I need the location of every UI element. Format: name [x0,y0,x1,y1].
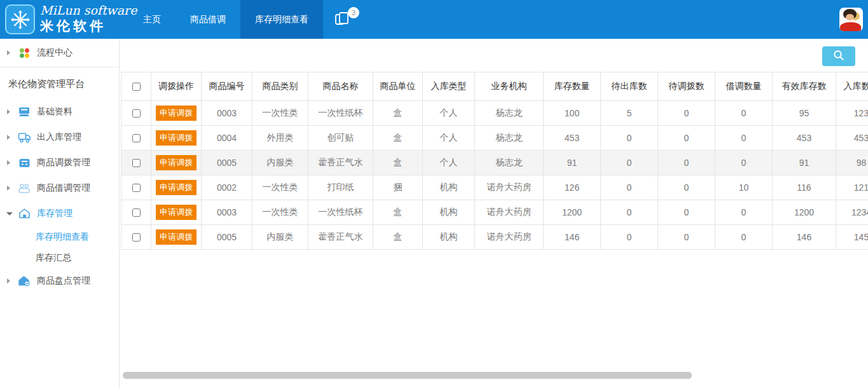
cell-borrowed: 10 [715,175,773,200]
table-row: 申请调拨0003一次性类一次性纸杯盒个人杨志龙10050095123 [121,101,868,126]
sidebar-item-label: 基础资料 [37,106,72,118]
apply-transfer-button[interactable]: 申请调拨 [156,155,196,170]
sidebar-item-in-out-warehouse[interactable]: 出入库管理 [0,125,119,150]
cell-name: 创可贴 [308,126,373,151]
cell-unit: 盒 [373,225,423,250]
column-header-9: 待调拨数 [658,72,715,101]
logo-subtitle: 米伦软件 [40,17,137,35]
search-icon [832,49,845,64]
app-logo: MiLun software 米伦软件 [0,0,122,39]
cell-stock: 146 [544,225,601,250]
transfer-action-cell: 申请调拨 [151,225,202,250]
row-checkbox[interactable] [132,109,141,118]
user-avatar[interactable] [839,8,863,31]
sidebar: 流程中心 米伦物资管理平台 基础资料 出入库管理 [0,39,120,389]
apply-transfer-button[interactable]: 申请调拨 [156,205,196,220]
cell-in_type: 个人 [423,151,475,175]
tab-goods-borrow[interactable]: 商品借调 [176,0,240,39]
cell-category: 内服类 [252,225,308,250]
top-tabs: 主页 商品借调 库存明细查看 3 [128,0,361,39]
row-checkbox[interactable] [132,208,141,217]
sidebar-item-label: 流程中心 [37,47,72,58]
cell-unit: 盒 [373,126,423,151]
cell-pending_transfer: 0 [658,225,715,250]
select-all-checkbox[interactable] [132,83,141,91]
apply-transfer-button[interactable]: 申请调拨 [156,130,196,146]
sidebar-subitem-inventory-detail[interactable]: 库存明细查看 [0,226,119,247]
chevron-right-icon [7,160,10,165]
transfer-box-icon [17,158,31,168]
cell-effective: 146 [773,225,836,250]
row-checkbox-cell [121,101,151,126]
cell-category: 一次性类 [252,101,308,126]
cell-effective: 91 [773,151,836,175]
row-checkbox[interactable] [132,184,141,192]
chevron-right-icon [7,50,10,55]
cell-unit: 捆 [373,175,423,200]
cell-borrowed: 0 [715,200,773,225]
cell-pending_out: 0 [601,175,658,200]
cell-unit: 盒 [373,101,423,126]
row-checkbox-cell [121,225,151,250]
borrow-icon [17,183,31,194]
row-checkbox-cell [121,175,151,200]
table-row: 申请调拨0005内服类藿香正气水盒个人杨志龙910009198 [121,151,868,175]
sidebar-item-inventory-management[interactable]: 库存管理 [0,201,119,226]
cell-org: 诺舟大药房 [475,175,544,200]
cell-org: 杨志龙 [475,101,544,126]
cell-code: 0003 [202,200,252,225]
row-checkbox[interactable] [132,159,141,167]
sidebar-item-goods-transfer[interactable]: 商品调拨管理 [0,150,119,175]
cell-in_qty: 453 [836,126,868,151]
cell-name: 藿香正气水 [308,225,373,250]
inventory-table: 调拨操作商品编号商品类别商品名称商品单位入库类型业务机构库存数量待出库数待调拨数… [121,72,868,250]
cell-unit: 盒 [373,151,423,175]
open-tabs-button[interactable]: 3 [323,0,361,39]
apply-transfer-button[interactable]: 申请调拨 [156,229,196,245]
transfer-action-cell: 申请调拨 [151,151,202,175]
sidebar-item-goods-borrow[interactable]: 商品借调管理 [0,175,119,201]
cell-stock: 126 [544,175,601,200]
platform-title: 米伦物资管理平台 [0,67,119,99]
cell-borrowed: 0 [715,151,773,175]
sidebar-subitem-inventory-summary[interactable]: 库存汇总 [0,247,119,268]
sidebar-item-stocktake-management[interactable]: 商品盘点管理 [0,268,119,294]
cell-name: 打印纸 [308,175,373,200]
cell-code: 0003 [202,101,252,126]
cell-code: 0002 [202,175,252,200]
inventory-table-wrap: 调拨操作商品编号商品类别商品名称商品单位入库类型业务机构库存数量待出库数待调拨数… [121,72,868,250]
horizontal-scrollbar-thumb[interactable] [123,372,692,379]
row-checkbox[interactable] [132,134,141,142]
row-checkbox-cell [121,126,151,151]
cell-stock: 100 [544,101,601,126]
column-header-0: 调拨操作 [151,72,202,101]
table-row: 申请调拨0005内服类藿香正气水盒机构诺舟大药房146000146145 [121,225,868,250]
sidebar-item-basic-data[interactable]: 基础资料 [0,99,119,125]
main-content: 调拨操作商品编号商品类别商品名称商品单位入库类型业务机构库存数量待出库数待调拨数… [120,39,868,389]
row-checkbox-cell [121,200,151,225]
cell-org: 杨志龙 [475,126,544,151]
cell-category: 外用类 [252,126,308,151]
cell-in_qty: 145 [836,225,868,250]
column-header-11: 有效库存数 [773,72,836,101]
cell-borrowed: 0 [715,101,773,126]
column-header-3: 商品名称 [308,72,373,101]
cell-pending_out: 0 [601,126,658,151]
column-header-5: 入库类型 [423,72,475,101]
sidebar-item-process-center[interactable]: 流程中心 [0,39,119,67]
apply-transfer-button[interactable]: 申请调拨 [156,180,196,195]
cell-stock: 453 [544,126,601,151]
row-checkbox[interactable] [132,233,141,242]
cell-in_type: 机构 [423,175,475,200]
cell-category: 一次性类 [252,175,308,200]
apply-transfer-button[interactable]: 申请调拨 [156,106,196,121]
cell-in_qty: 98 [836,151,868,175]
cell-org: 诺舟大药房 [475,200,544,225]
search-button[interactable] [822,46,855,66]
cell-code: 0005 [202,225,252,250]
column-header-10: 借调数量 [715,72,773,101]
cell-pending_out: 0 [601,151,658,175]
tab-home[interactable]: 主页 [128,0,176,39]
column-header-6: 业务机构 [475,72,544,101]
tab-inventory-detail[interactable]: 库存明细查看 [240,0,323,39]
